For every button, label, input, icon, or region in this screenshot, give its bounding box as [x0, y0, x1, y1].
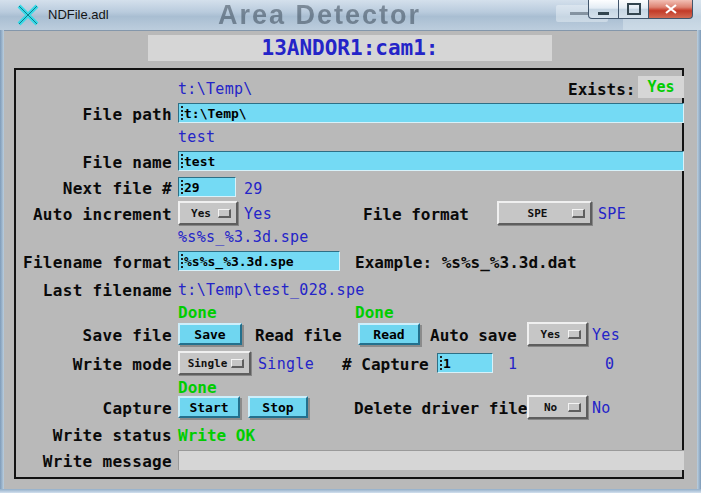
close-button[interactable] — [648, 0, 693, 19]
write-status-value: Write OK — [178, 426, 255, 445]
capture-status: Done — [178, 378, 217, 397]
ndfile-window: Area Detector NDFile.adl 13ANDOR1:cam1: … — [0, 0, 701, 493]
minimize-icon — [598, 12, 609, 15]
file-path-readback: t:\Temp\ — [178, 80, 253, 98]
titlebar[interactable]: Area Detector NDFile.adl — [0, 0, 701, 31]
read-status: Done — [355, 303, 394, 322]
app-x-icon — [16, 4, 40, 26]
file-path-label: File path — [16, 105, 172, 124]
write-mode-readback: Single — [258, 355, 314, 373]
maximize-icon — [627, 3, 641, 15]
delete-driver-file-readback: No — [592, 399, 611, 417]
file-path-input[interactable]: t:\Temp\ — [178, 103, 684, 123]
write-message-field[interactable] — [178, 450, 684, 470]
window-frame-bottom — [0, 489, 701, 493]
write-mode-label: Write mode — [16, 355, 172, 374]
delete-driver-file-menu[interactable]: No — [527, 395, 588, 419]
last-filename-value: t:\Temp\test_028.spe — [178, 281, 365, 299]
window-title: NDFile.adl — [48, 7, 109, 22]
save-button[interactable]: Save — [178, 323, 242, 345]
write-message-label: Write message — [16, 452, 172, 471]
last-filename-label: Last filename — [16, 281, 172, 300]
text-caret — [181, 154, 183, 168]
auto-save-menu[interactable]: Yes — [527, 322, 588, 346]
save-file-label: Save file — [16, 326, 172, 345]
read-button[interactable]: Read — [358, 323, 420, 345]
file-name-input[interactable]: test — [178, 151, 684, 171]
pv-prefix-header: 13ANDOR1:cam1: — [148, 35, 552, 61]
minimize-button[interactable] — [588, 0, 619, 19]
exists-label: Exists: — [568, 80, 635, 99]
window-controls — [589, 0, 693, 19]
text-caret — [181, 254, 183, 268]
filename-format-input[interactable]: %s%s_%3.3d.spe — [178, 251, 340, 271]
file-format-label: File format — [363, 205, 469, 224]
next-file-input-value: 29 — [184, 180, 200, 195]
num-capture-input-value: 1 — [443, 356, 451, 371]
background-window-title: Area Detector — [218, 0, 421, 31]
next-file-input[interactable]: 29 — [178, 177, 236, 197]
delete-driver-file-label: Delete driver file — [354, 399, 527, 418]
filename-format-label: Filename format — [16, 253, 172, 272]
num-capture-readback: 1 — [508, 355, 517, 373]
option-menu-indicator-icon — [568, 330, 581, 339]
option-menu-indicator-icon — [572, 209, 585, 218]
next-file-label: Next file # — [16, 179, 172, 198]
num-captured-count: 0 — [605, 355, 614, 373]
window-frame-left — [0, 30, 4, 489]
exists-value: Yes — [638, 76, 684, 98]
option-menu-indicator-icon — [231, 359, 244, 368]
text-caret — [181, 106, 183, 120]
save-status: Done — [178, 303, 217, 322]
option-menu-indicator-icon — [218, 209, 231, 218]
ndfile-panel: t:\Temp\ Exists: Yes File path t:\Temp\ … — [14, 68, 684, 479]
option-menu-indicator-icon — [568, 403, 581, 412]
auto-save-label: Auto save — [430, 326, 517, 345]
text-caret — [181, 180, 183, 194]
filename-format-readback: %s%s_%3.3d.spe — [178, 228, 309, 246]
num-capture-label: # Capture — [342, 355, 429, 374]
next-file-readback: 29 — [244, 180, 263, 198]
filename-format-input-value: %s%s_%3.3d.spe — [184, 254, 294, 269]
capture-stop-button[interactable]: Stop — [248, 396, 308, 418]
file-format-menu[interactable]: SPE — [497, 201, 592, 225]
file-path-input-value: t:\Temp\ — [184, 106, 247, 121]
capture-start-button[interactable]: Start — [178, 396, 240, 418]
file-name-label: File name — [16, 153, 172, 172]
file-name-input-value: test — [184, 154, 215, 169]
capture-label: Capture — [16, 399, 172, 418]
auto-increment-readback: Yes — [244, 205, 272, 223]
window-frame-right — [697, 30, 701, 489]
file-format-selected: SPE — [528, 207, 562, 220]
write-mode-menu[interactable]: Single — [178, 351, 251, 375]
file-format-readback: SPE — [598, 205, 626, 223]
num-capture-input[interactable]: 1 — [437, 353, 493, 373]
auto-save-readback: Yes — [592, 326, 620, 344]
text-caret — [440, 356, 442, 370]
close-icon — [665, 4, 677, 14]
read-file-label: Read file — [255, 326, 342, 345]
filename-format-example: Example: %s%s_%3.3d.dat — [355, 253, 577, 272]
write-status-label: Write status — [16, 426, 172, 445]
auto-increment-menu[interactable]: Yes — [178, 201, 238, 225]
file-name-readback: test — [178, 128, 215, 146]
auto-increment-label: Auto increment — [16, 205, 172, 224]
maximize-button[interactable] — [618, 0, 649, 19]
